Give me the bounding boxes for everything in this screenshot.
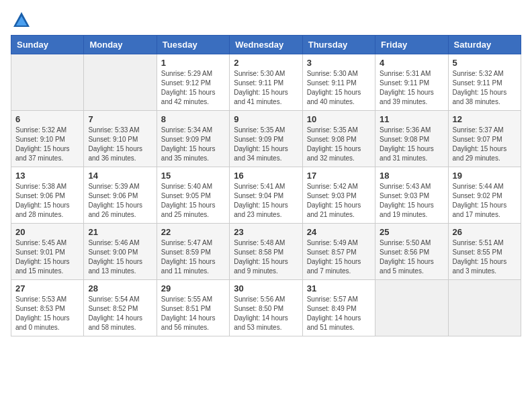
calendar-cell: 15Sunrise: 5:40 AM Sunset: 9:05 PM Dayli… [157, 167, 229, 224]
day-number: 28 [88, 283, 152, 293]
day-number: 9 [234, 114, 298, 124]
day-info: Sunrise: 5:30 AM Sunset: 9:11 PM Dayligh… [307, 69, 371, 107]
logo [11, 11, 31, 30]
day-header-monday: Monday [84, 36, 157, 54]
calendar-cell: 27Sunrise: 5:53 AM Sunset: 8:53 PM Dayli… [11, 280, 84, 336]
calendar-cell: 26Sunrise: 5:51 AM Sunset: 8:55 PM Dayli… [448, 224, 521, 280]
day-header-tuesday: Tuesday [157, 36, 229, 54]
day-info: Sunrise: 5:51 AM Sunset: 8:55 PM Dayligh… [453, 238, 517, 276]
calendar-cell: 6Sunrise: 5:32 AM Sunset: 9:10 PM Daylig… [11, 111, 84, 167]
calendar-cell: 3Sunrise: 5:30 AM Sunset: 9:11 PM Daylig… [302, 54, 375, 111]
day-number: 6 [15, 114, 79, 124]
day-number: 7 [88, 114, 152, 124]
day-number: 14 [88, 171, 152, 181]
day-info: Sunrise: 5:39 AM Sunset: 9:06 PM Dayligh… [88, 182, 152, 220]
day-header-saturday: Saturday [448, 36, 521, 54]
calendar-cell: 16Sunrise: 5:41 AM Sunset: 9:04 PM Dayli… [230, 167, 302, 224]
day-number: 3 [307, 58, 371, 68]
day-info: Sunrise: 5:40 AM Sunset: 9:05 PM Dayligh… [161, 182, 225, 220]
day-info: Sunrise: 5:42 AM Sunset: 9:03 PM Dayligh… [307, 182, 371, 220]
calendar-cell: 31Sunrise: 5:57 AM Sunset: 8:49 PM Dayli… [302, 280, 375, 336]
calendar-cell: 19Sunrise: 5:44 AM Sunset: 9:02 PM Dayli… [448, 167, 521, 224]
day-header-friday: Friday [375, 36, 448, 54]
calendar-cell: 2Sunrise: 5:30 AM Sunset: 9:11 PM Daylig… [230, 54, 302, 111]
calendar-week-1: 1Sunrise: 5:29 AM Sunset: 9:12 PM Daylig… [11, 54, 521, 111]
day-info: Sunrise: 5:32 AM Sunset: 9:11 PM Dayligh… [453, 69, 517, 107]
day-info: Sunrise: 5:36 AM Sunset: 9:08 PM Dayligh… [380, 126, 443, 163]
calendar-cell: 23Sunrise: 5:48 AM Sunset: 8:58 PM Dayli… [230, 224, 302, 280]
day-number: 15 [161, 171, 225, 181]
calendar-cell: 11Sunrise: 5:36 AM Sunset: 9:08 PM Dayli… [375, 111, 448, 167]
calendar-cell: 1Sunrise: 5:29 AM Sunset: 9:12 PM Daylig… [157, 54, 229, 111]
day-info: Sunrise: 5:45 AM Sunset: 9:01 PM Dayligh… [15, 238, 79, 276]
day-number: 4 [380, 58, 443, 68]
calendar-cell: 18Sunrise: 5:43 AM Sunset: 9:03 PM Dayli… [375, 167, 448, 224]
calendar-cell: 24Sunrise: 5:49 AM Sunset: 8:57 PM Dayli… [302, 224, 375, 280]
day-info: Sunrise: 5:30 AM Sunset: 9:11 PM Dayligh… [234, 69, 298, 107]
day-number: 23 [234, 227, 298, 237]
day-header-thursday: Thursday [302, 36, 375, 54]
calendar-cell: 17Sunrise: 5:42 AM Sunset: 9:03 PM Dayli… [302, 167, 375, 224]
day-number: 16 [234, 171, 298, 181]
day-info: Sunrise: 5:43 AM Sunset: 9:03 PM Dayligh… [380, 182, 443, 220]
day-info: Sunrise: 5:48 AM Sunset: 8:58 PM Dayligh… [234, 238, 298, 276]
day-info: Sunrise: 5:31 AM Sunset: 9:11 PM Dayligh… [380, 69, 443, 107]
calendar-table: SundayMondayTuesdayWednesdayThursdayFrid… [11, 35, 521, 336]
day-info: Sunrise: 5:34 AM Sunset: 9:09 PM Dayligh… [161, 126, 225, 163]
calendar-week-3: 13Sunrise: 5:38 AM Sunset: 9:06 PM Dayli… [11, 167, 521, 224]
day-info: Sunrise: 5:53 AM Sunset: 8:53 PM Dayligh… [15, 295, 79, 332]
calendar-cell: 5Sunrise: 5:32 AM Sunset: 9:11 PM Daylig… [448, 54, 521, 111]
page-header [11, 11, 521, 30]
calendar-cell: 28Sunrise: 5:54 AM Sunset: 8:52 PM Dayli… [84, 280, 157, 336]
day-number: 29 [161, 283, 225, 293]
day-info: Sunrise: 5:35 AM Sunset: 9:08 PM Dayligh… [307, 126, 371, 163]
day-number: 10 [307, 114, 371, 124]
calendar-cell: 8Sunrise: 5:34 AM Sunset: 9:09 PM Daylig… [157, 111, 229, 167]
day-number: 13 [15, 171, 79, 181]
calendar-cell: 22Sunrise: 5:47 AM Sunset: 8:59 PM Dayli… [157, 224, 229, 280]
day-number: 27 [15, 283, 79, 293]
day-number: 11 [380, 114, 443, 124]
calendar-cell [84, 54, 157, 111]
day-number: 31 [307, 283, 371, 293]
day-info: Sunrise: 5:35 AM Sunset: 9:09 PM Dayligh… [234, 126, 298, 163]
day-number: 19 [453, 171, 517, 181]
day-number: 8 [161, 114, 225, 124]
day-info: Sunrise: 5:32 AM Sunset: 9:10 PM Dayligh… [15, 126, 79, 163]
calendar-cell [375, 280, 448, 336]
calendar-cell: 13Sunrise: 5:38 AM Sunset: 9:06 PM Dayli… [11, 167, 84, 224]
day-number: 17 [307, 171, 371, 181]
calendar-week-5: 27Sunrise: 5:53 AM Sunset: 8:53 PM Dayli… [11, 280, 521, 336]
calendar-cell: 30Sunrise: 5:56 AM Sunset: 8:50 PM Dayli… [230, 280, 302, 336]
day-info: Sunrise: 5:41 AM Sunset: 9:04 PM Dayligh… [234, 182, 298, 220]
calendar-cell: 4Sunrise: 5:31 AM Sunset: 9:11 PM Daylig… [375, 54, 448, 111]
day-info: Sunrise: 5:54 AM Sunset: 8:52 PM Dayligh… [88, 295, 152, 332]
day-number: 1 [161, 58, 225, 68]
day-info: Sunrise: 5:33 AM Sunset: 9:10 PM Dayligh… [88, 126, 152, 163]
day-info: Sunrise: 5:50 AM Sunset: 8:56 PM Dayligh… [380, 238, 443, 276]
day-header-sunday: Sunday [11, 36, 84, 54]
calendar-cell [11, 54, 84, 111]
calendar-cell: 7Sunrise: 5:33 AM Sunset: 9:10 PM Daylig… [84, 111, 157, 167]
calendar-cell: 21Sunrise: 5:46 AM Sunset: 9:00 PM Dayli… [84, 224, 157, 280]
day-number: 24 [307, 227, 371, 237]
day-info: Sunrise: 5:46 AM Sunset: 9:00 PM Dayligh… [88, 238, 152, 276]
calendar-cell: 9Sunrise: 5:35 AM Sunset: 9:09 PM Daylig… [230, 111, 302, 167]
calendar-week-2: 6Sunrise: 5:32 AM Sunset: 9:10 PM Daylig… [11, 111, 521, 167]
day-info: Sunrise: 5:57 AM Sunset: 8:49 PM Dayligh… [307, 295, 371, 332]
calendar-cell: 12Sunrise: 5:37 AM Sunset: 9:07 PM Dayli… [448, 111, 521, 167]
day-number: 2 [234, 58, 298, 68]
day-info: Sunrise: 5:29 AM Sunset: 9:12 PM Dayligh… [161, 69, 225, 107]
day-number: 26 [453, 227, 517, 237]
day-info: Sunrise: 5:37 AM Sunset: 9:07 PM Dayligh… [453, 126, 517, 163]
day-header-wednesday: Wednesday [230, 36, 302, 54]
logo-icon [12, 11, 31, 30]
calendar-cell: 25Sunrise: 5:50 AM Sunset: 8:56 PM Dayli… [375, 224, 448, 280]
day-number: 20 [15, 227, 79, 237]
day-info: Sunrise: 5:49 AM Sunset: 8:57 PM Dayligh… [307, 238, 371, 276]
day-number: 21 [88, 227, 152, 237]
day-info: Sunrise: 5:44 AM Sunset: 9:02 PM Dayligh… [453, 182, 517, 220]
calendar-cell: 10Sunrise: 5:35 AM Sunset: 9:08 PM Dayli… [302, 111, 375, 167]
day-info: Sunrise: 5:56 AM Sunset: 8:50 PM Dayligh… [234, 295, 298, 332]
day-number: 5 [453, 58, 517, 68]
